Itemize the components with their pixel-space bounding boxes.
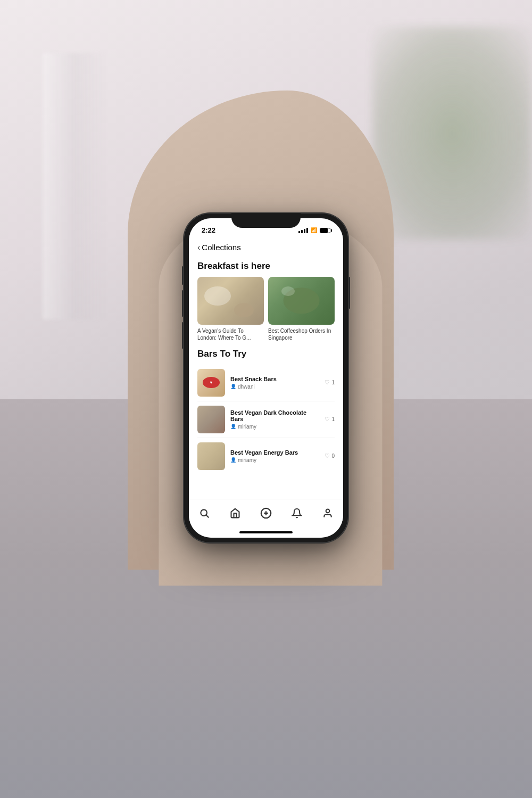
author-person-icon: 👤 [230, 457, 236, 463]
phone-scene: 2:22 📶 [176, 170, 356, 543]
list-item[interactable]: ♥ Best Snack Bars 👤 dhwani [197, 365, 335, 401]
drink-image [268, 277, 335, 325]
vegan-guide-caption: A Vegan's Guide To London: Where To G... [197, 327, 264, 341]
volume-down-button [182, 322, 184, 349]
snack-bars-author: 👤 dhwani [230, 384, 319, 390]
volume-up-button [182, 290, 184, 317]
chocolate-image [197, 406, 225, 433]
author-person-icon: 👤 [230, 384, 236, 389]
phone: 2:22 📶 [184, 213, 348, 543]
nav-title: Collections [202, 243, 240, 252]
vegan-guide-card[interactable]: A Vegan's Guide To London: Where To G... [197, 277, 264, 341]
search-icon [199, 508, 210, 519]
energy-image [197, 442, 225, 470]
breakfast-section: Breakfast is here A Vegan's Guide To Lon… [197, 261, 335, 341]
profile-nav-button[interactable] [318, 504, 337, 523]
add-icon [260, 507, 272, 519]
home-nav-button[interactable] [226, 504, 245, 523]
phone-notch [231, 213, 301, 228]
status-time: 2:22 [202, 226, 215, 234]
list-item[interactable]: Best Vegan Energy Bars 👤 miriamy ♡ [197, 438, 335, 474]
snack-bars-title: Best Snack Bars [230, 376, 319, 382]
breakfast-section-title: Breakfast is here [197, 261, 335, 272]
person-icon [322, 508, 333, 519]
chocolate-bars-likes: ♡ 1 [325, 416, 335, 423]
home-icon [230, 508, 240, 519]
bars-section: Bars To Try ♥ [197, 349, 335, 474]
coffeeshop-caption: Best Coffeeshop Orders In Singapore [268, 327, 335, 341]
bottom-nav [189, 499, 343, 531]
bars-section-title: Bars To Try [197, 349, 335, 359]
nav-header: ‹ Collections [189, 238, 343, 256]
chocolate-bars-info: Best Vegan Dark Chocolate Bars 👤 miriamy [230, 409, 319, 430]
chocolate-bars-title: Best Vegan Dark Chocolate Bars [230, 409, 319, 422]
svg-line-1 [206, 515, 209, 517]
like-heart-icon: ♡ [325, 416, 330, 423]
energy-bars-likes: ♡ 0 [325, 453, 335, 459]
add-nav-button[interactable] [256, 504, 276, 523]
food-image [197, 277, 264, 325]
like-heart-icon: ♡ [325, 453, 330, 459]
wifi-icon: 📶 [311, 227, 317, 233]
search-nav-button[interactable] [195, 504, 214, 523]
like-heart-icon: ♡ [325, 379, 330, 386]
scroll-content[interactable]: Breakfast is here A Vegan's Guide To Lon… [189, 256, 343, 499]
phone-screen: 2:22 📶 [189, 218, 343, 538]
snack-bars-thumb: ♥ [197, 369, 225, 397]
energy-bars-thumb [197, 442, 225, 470]
image-grid: A Vegan's Guide To London: Where To G...… [197, 277, 335, 341]
svg-point-5 [326, 509, 330, 513]
snack-image: ♥ [197, 369, 225, 397]
author-person-icon: 👤 [230, 424, 236, 429]
energy-bars-author: 👤 miriamy [230, 457, 319, 463]
scene: 2:22 📶 [0, 0, 532, 798]
energy-bars-title: Best Vegan Energy Bars [230, 449, 319, 456]
coffeeshop-thumb [268, 277, 335, 325]
back-chevron-icon: ‹ [197, 243, 200, 252]
back-button[interactable]: ‹ Collections [197, 243, 241, 252]
signal-icon [298, 228, 308, 233]
bell-icon [292, 508, 302, 519]
vegan-guide-thumb [197, 277, 264, 325]
app-content: 2:22 📶 [189, 218, 343, 538]
notifications-nav-button[interactable] [287, 504, 306, 523]
chocolate-bars-thumb [197, 406, 225, 433]
energy-bars-info: Best Vegan Energy Bars 👤 miriamy [230, 449, 319, 463]
coffeeshop-card[interactable]: Best Coffeeshop Orders In Singapore [268, 277, 335, 341]
snack-bars-info: Best Snack Bars 👤 dhwani [230, 376, 319, 390]
phone-outer: 2:22 📶 [184, 213, 348, 543]
chocolate-bars-author: 👤 miriamy [230, 424, 319, 430]
heart-badge-icon: ♥ [210, 380, 213, 385]
mute-button [182, 266, 184, 285]
status-icons: 📶 [298, 227, 330, 233]
battery-icon [320, 228, 330, 233]
power-button [348, 277, 350, 309]
snack-bars-likes: ♡ 1 [325, 379, 335, 386]
svg-point-0 [201, 509, 207, 516]
home-indicator [239, 531, 293, 533]
list-item[interactable]: Best Vegan Dark Chocolate Bars 👤 miriamy… [197, 401, 335, 438]
